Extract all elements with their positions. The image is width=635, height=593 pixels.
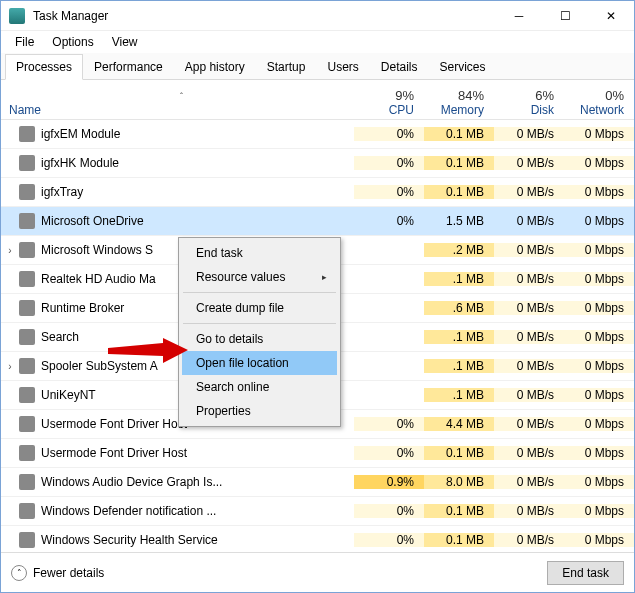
cell-mem: .1 MB xyxy=(424,388,494,402)
process-row[interactable]: igfxEM Module0%0.1 MB0 MB/s0 Mbps xyxy=(1,120,634,149)
sort-indicator-icon: ˆ xyxy=(9,91,354,103)
cell-mem: .1 MB xyxy=(424,359,494,373)
expand-icon[interactable]: › xyxy=(1,361,19,372)
process-icon xyxy=(19,358,35,374)
process-row[interactable]: Usermode Font Driver Host0%0.1 MB0 MB/s0… xyxy=(1,439,634,468)
window-title: Task Manager xyxy=(33,9,496,23)
cell-cpu: 0% xyxy=(354,127,424,141)
cell-net: 0 Mbps xyxy=(564,330,634,344)
process-icon xyxy=(19,329,35,345)
cell-cpu: 0% xyxy=(354,214,424,228)
cell-mem: 8.0 MB xyxy=(424,475,494,489)
column-header-row: ˆ Name 9% CPU 84% Memory 6% Disk 0% Netw… xyxy=(1,80,634,120)
cell-disk: 0 MB/s xyxy=(494,533,564,547)
cell-disk: 0 MB/s xyxy=(494,330,564,344)
tab-startup[interactable]: Startup xyxy=(256,54,317,80)
maximize-button[interactable] xyxy=(542,1,588,31)
context-menu: End taskResource valuesCreate dump fileG… xyxy=(178,237,341,427)
cell-mem: 4.4 MB xyxy=(424,417,494,431)
close-button[interactable] xyxy=(588,1,634,31)
process-row[interactable]: Windows Security Health Service0%0.1 MB0… xyxy=(1,526,634,552)
menu-item-resource-values[interactable]: Resource values xyxy=(182,265,337,289)
footer: ˄ Fewer details End task xyxy=(1,552,634,592)
menu-item-create-dump-file[interactable]: Create dump file xyxy=(182,296,337,320)
cell-net: 0 Mbps xyxy=(564,301,634,315)
menu-item-go-to-details[interactable]: Go to details xyxy=(182,327,337,351)
menu-separator xyxy=(183,292,336,293)
process-name: Usermode Font Driver Host xyxy=(19,445,354,461)
cell-disk: 0 MB/s xyxy=(494,359,564,373)
cell-net: 0 Mbps xyxy=(564,185,634,199)
app-icon xyxy=(9,8,25,24)
tab-services[interactable]: Services xyxy=(429,54,497,80)
menu-separator xyxy=(183,323,336,324)
process-row[interactable]: igfxTray0%0.1 MB0 MB/s0 Mbps xyxy=(1,178,634,207)
column-header-memory[interactable]: 84% Memory xyxy=(424,88,494,117)
menu-view[interactable]: View xyxy=(104,33,146,51)
cell-disk: 0 MB/s xyxy=(494,504,564,518)
cell-net: 0 Mbps xyxy=(564,156,634,170)
process-name: Windows Audio Device Graph Is... xyxy=(19,474,354,490)
tabs: ProcessesPerformanceApp historyStartupUs… xyxy=(1,53,634,80)
tab-performance[interactable]: Performance xyxy=(83,54,174,80)
cell-cpu: 0% xyxy=(354,417,424,431)
menu-item-end-task[interactable]: End task xyxy=(182,241,337,265)
titlebar[interactable]: Task Manager xyxy=(1,1,634,31)
cell-net: 0 Mbps xyxy=(564,475,634,489)
cell-disk: 0 MB/s xyxy=(494,446,564,460)
process-name: igfxEM Module xyxy=(19,126,354,142)
cell-cpu: 0% xyxy=(354,504,424,518)
column-header-disk[interactable]: 6% Disk xyxy=(494,88,564,117)
cell-net: 0 Mbps xyxy=(564,243,634,257)
cell-mem: 1.5 MB xyxy=(424,214,494,228)
fewer-details-button[interactable]: ˄ Fewer details xyxy=(11,565,104,581)
process-name: Windows Security Health Service xyxy=(19,532,354,548)
menu-item-properties[interactable]: Properties xyxy=(182,399,337,423)
process-row[interactable]: Windows Audio Device Graph Is...0.9%8.0 … xyxy=(1,468,634,497)
tab-processes[interactable]: Processes xyxy=(5,54,83,80)
cell-net: 0 Mbps xyxy=(564,359,634,373)
cell-mem: 0.1 MB xyxy=(424,185,494,199)
cell-disk: 0 MB/s xyxy=(494,388,564,402)
tab-app-history[interactable]: App history xyxy=(174,54,256,80)
menu-options[interactable]: Options xyxy=(44,33,101,51)
cell-disk: 0 MB/s xyxy=(494,243,564,257)
menu-file[interactable]: File xyxy=(7,33,42,51)
process-icon xyxy=(19,242,35,258)
cell-net: 0 Mbps xyxy=(564,388,634,402)
menu-item-open-file-location[interactable]: Open file location xyxy=(182,351,337,375)
column-header-name[interactable]: ˆ Name xyxy=(1,91,354,117)
process-icon xyxy=(19,271,35,287)
tab-users[interactable]: Users xyxy=(316,54,369,80)
process-icon xyxy=(19,474,35,490)
cell-cpu: 0% xyxy=(354,185,424,199)
cell-net: 0 Mbps xyxy=(564,446,634,460)
chevron-up-icon: ˄ xyxy=(11,565,27,581)
cell-mem: 0.1 MB xyxy=(424,127,494,141)
minimize-button[interactable] xyxy=(496,1,542,31)
process-row[interactable]: Windows Defender notification ...0%0.1 M… xyxy=(1,497,634,526)
end-task-button[interactable]: End task xyxy=(547,561,624,585)
process-icon xyxy=(19,213,35,229)
column-header-network[interactable]: 0% Network xyxy=(564,88,634,117)
process-icon xyxy=(19,300,35,316)
cell-mem: .6 MB xyxy=(424,301,494,315)
process-row[interactable]: Microsoft OneDrive0%1.5 MB0 MB/s0 Mbps xyxy=(1,207,634,236)
process-icon xyxy=(19,126,35,142)
cell-disk: 0 MB/s xyxy=(494,127,564,141)
process-icon xyxy=(19,184,35,200)
process-row[interactable]: igfxHK Module0%0.1 MB0 MB/s0 Mbps xyxy=(1,149,634,178)
cell-disk: 0 MB/s xyxy=(494,301,564,315)
process-icon xyxy=(19,503,35,519)
cell-cpu: 0% xyxy=(354,156,424,170)
tab-details[interactable]: Details xyxy=(370,54,429,80)
process-name: igfxTray xyxy=(19,184,354,200)
cell-mem: 0.1 MB xyxy=(424,533,494,547)
cell-disk: 0 MB/s xyxy=(494,272,564,286)
column-header-cpu[interactable]: 9% CPU xyxy=(354,88,424,117)
process-icon xyxy=(19,155,35,171)
process-icon xyxy=(19,387,35,403)
menu-item-search-online[interactable]: Search online xyxy=(182,375,337,399)
expand-icon[interactable]: › xyxy=(1,245,19,256)
cell-mem: 0.1 MB xyxy=(424,504,494,518)
